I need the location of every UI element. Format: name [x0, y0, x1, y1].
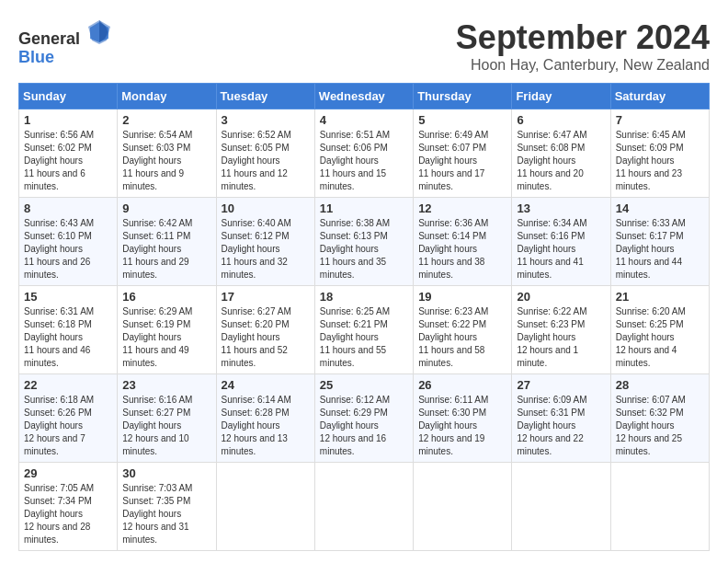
logo-text: General [18, 18, 112, 49]
calendar-cell: 1Sunrise: 6:56 AMSunset: 6:02 PMDaylight… [19, 109, 118, 198]
day-number: 27 [517, 378, 605, 392]
day-info: Sunrise: 6:09 AMSunset: 6:31 PMDaylight … [517, 394, 605, 458]
calendar-cell: 26Sunrise: 6:11 AMSunset: 6:30 PMDayligh… [414, 374, 512, 463]
calendar-cell: 13Sunrise: 6:34 AMSunset: 6:16 PMDayligh… [512, 198, 610, 286]
day-info: Sunrise: 6:47 AMSunset: 6:08 PMDaylight … [517, 129, 605, 193]
day-info: Sunrise: 6:34 AMSunset: 6:16 PMDaylight … [517, 217, 605, 282]
calendar-cell: 18Sunrise: 6:25 AMSunset: 6:21 PMDayligh… [314, 286, 413, 374]
day-number: 5 [418, 113, 506, 127]
day-info: Sunrise: 6:43 AMSunset: 6:10 PMDaylight … [24, 217, 112, 282]
day-number: 22 [24, 378, 112, 392]
title-area: September 2024 Hoon Hay, Canterbury, New… [456, 18, 710, 74]
calendar-cell: 2Sunrise: 6:54 AMSunset: 6:03 PMDaylight… [118, 109, 216, 198]
day-number: 24 [222, 378, 310, 392]
day-number: 3 [222, 113, 310, 127]
day-info: Sunrise: 6:45 AMSunset: 6:09 PMDaylight … [616, 129, 704, 193]
weekday-header-sunday: Sunday [19, 84, 118, 109]
day-info: Sunrise: 6:20 AMSunset: 6:25 PMDaylight … [616, 305, 704, 370]
day-info: Sunrise: 6:52 AMSunset: 6:05 PMDaylight … [222, 129, 310, 193]
logo-blue: Blue [18, 48, 54, 66]
calendar-week-row: 1Sunrise: 6:56 AMSunset: 6:02 PMDaylight… [19, 109, 710, 198]
calendar-week-row: 29Sunrise: 7:05 AMSunset: 7:34 PMDayligh… [19, 463, 710, 551]
calendar-cell: 6Sunrise: 6:47 AMSunset: 6:08 PMDaylight… [512, 109, 610, 198]
calendar-cell: 12Sunrise: 6:36 AMSunset: 6:14 PMDayligh… [414, 198, 512, 286]
day-info: Sunrise: 6:12 AMSunset: 6:29 PMDaylight … [320, 394, 408, 458]
day-info: Sunrise: 6:22 AMSunset: 6:23 PMDaylight … [517, 305, 605, 370]
calendar-cell: 8Sunrise: 6:43 AMSunset: 6:10 PMDaylight… [19, 198, 118, 286]
page-header: General Blue September 2024 Hoon Hay, Ca… [18, 18, 710, 74]
calendar-cell [216, 463, 314, 551]
day-info: Sunrise: 6:40 AMSunset: 6:12 PMDaylight … [222, 217, 310, 282]
calendar-cell: 25Sunrise: 6:12 AMSunset: 6:29 PMDayligh… [314, 374, 413, 463]
calendar-cell: 30Sunrise: 7:03 AMSunset: 7:35 PMDayligh… [118, 463, 216, 551]
calendar-body: 1Sunrise: 6:56 AMSunset: 6:02 PMDaylight… [19, 109, 710, 551]
logo-icon [86, 18, 112, 44]
calendar-cell: 22Sunrise: 6:18 AMSunset: 6:26 PMDayligh… [19, 374, 118, 463]
calendar-cell: 27Sunrise: 6:09 AMSunset: 6:31 PMDayligh… [512, 374, 610, 463]
calendar-cell: 7Sunrise: 6:45 AMSunset: 6:09 PMDaylight… [610, 109, 709, 198]
calendar-header-row: SundayMondayTuesdayWednesdayThursdayFrid… [19, 84, 710, 109]
day-number: 25 [320, 378, 408, 392]
calendar-cell: 10Sunrise: 6:40 AMSunset: 6:12 PMDayligh… [216, 198, 314, 286]
day-number: 21 [616, 290, 704, 304]
day-number: 17 [222, 290, 310, 304]
calendar-cell: 17Sunrise: 6:27 AMSunset: 6:20 PMDayligh… [216, 286, 314, 374]
month-title: September 2024 [456, 18, 710, 57]
day-info: Sunrise: 6:51 AMSunset: 6:06 PMDaylight … [320, 129, 408, 193]
calendar-cell: 23Sunrise: 6:16 AMSunset: 6:27 PMDayligh… [118, 374, 216, 463]
calendar-cell [512, 463, 610, 551]
calendar-cell: 20Sunrise: 6:22 AMSunset: 6:23 PMDayligh… [512, 286, 610, 374]
calendar-cell [414, 463, 512, 551]
calendar-cell [314, 463, 413, 551]
weekday-header-friday: Friday [512, 84, 610, 109]
calendar-week-row: 8Sunrise: 6:43 AMSunset: 6:10 PMDaylight… [19, 198, 710, 286]
calendar-cell: 28Sunrise: 6:07 AMSunset: 6:32 PMDayligh… [610, 374, 709, 463]
day-number: 20 [517, 290, 605, 304]
day-info: Sunrise: 6:31 AMSunset: 6:18 PMDaylight … [24, 305, 112, 370]
calendar-cell: 14Sunrise: 6:33 AMSunset: 6:17 PMDayligh… [610, 198, 709, 286]
day-number: 6 [517, 113, 605, 127]
day-number: 12 [418, 201, 506, 215]
day-info: Sunrise: 6:36 AMSunset: 6:14 PMDaylight … [418, 217, 506, 282]
calendar-cell [610, 463, 709, 551]
weekday-header-saturday: Saturday [610, 84, 709, 109]
weekday-header-wednesday: Wednesday [314, 84, 413, 109]
logo-general: General [18, 29, 80, 48]
weekday-header-tuesday: Tuesday [216, 84, 314, 109]
day-number: 7 [616, 113, 704, 127]
day-number: 26 [418, 378, 506, 392]
day-info: Sunrise: 7:03 AMSunset: 7:35 PMDaylight … [122, 482, 210, 546]
day-info: Sunrise: 6:56 AMSunset: 6:02 PMDaylight … [24, 129, 112, 193]
day-number: 13 [517, 201, 605, 215]
weekday-header-thursday: Thursday [414, 84, 512, 109]
day-info: Sunrise: 6:27 AMSunset: 6:20 PMDaylight … [222, 305, 310, 370]
day-number: 9 [122, 201, 210, 215]
day-number: 11 [320, 201, 408, 215]
day-number: 1 [24, 113, 112, 127]
day-info: Sunrise: 6:16 AMSunset: 6:27 PMDaylight … [122, 394, 210, 458]
day-number: 19 [418, 290, 506, 304]
calendar-cell: 19Sunrise: 6:23 AMSunset: 6:22 PMDayligh… [414, 286, 512, 374]
day-number: 4 [320, 113, 408, 127]
calendar-cell: 24Sunrise: 6:14 AMSunset: 6:28 PMDayligh… [216, 374, 314, 463]
day-info: Sunrise: 6:07 AMSunset: 6:32 PMDaylight … [616, 394, 704, 458]
logo: General Blue [18, 18, 112, 67]
calendar-cell: 4Sunrise: 6:51 AMSunset: 6:06 PMDaylight… [314, 109, 413, 198]
day-number: 2 [122, 113, 210, 127]
day-number: 8 [24, 201, 112, 215]
calendar-cell: 11Sunrise: 6:38 AMSunset: 6:13 PMDayligh… [314, 198, 413, 286]
calendar-cell: 5Sunrise: 6:49 AMSunset: 6:07 PMDaylight… [414, 109, 512, 198]
day-number: 15 [24, 290, 112, 304]
calendar-table: SundayMondayTuesdayWednesdayThursdayFrid… [18, 83, 710, 551]
day-info: Sunrise: 6:33 AMSunset: 6:17 PMDaylight … [616, 217, 704, 282]
location-title: Hoon Hay, Canterbury, New Zealand [456, 57, 710, 74]
day-info: Sunrise: 6:29 AMSunset: 6:19 PMDaylight … [122, 305, 210, 370]
calendar-week-row: 15Sunrise: 6:31 AMSunset: 6:18 PMDayligh… [19, 286, 710, 374]
day-info: Sunrise: 6:18 AMSunset: 6:26 PMDaylight … [24, 394, 112, 458]
day-number: 30 [122, 466, 210, 480]
day-info: Sunrise: 6:25 AMSunset: 6:21 PMDaylight … [320, 305, 408, 370]
day-number: 29 [24, 466, 112, 480]
calendar-cell: 29Sunrise: 7:05 AMSunset: 7:34 PMDayligh… [19, 463, 118, 551]
day-info: Sunrise: 6:38 AMSunset: 6:13 PMDaylight … [320, 217, 408, 282]
day-info: Sunrise: 6:11 AMSunset: 6:30 PMDaylight … [418, 394, 506, 458]
